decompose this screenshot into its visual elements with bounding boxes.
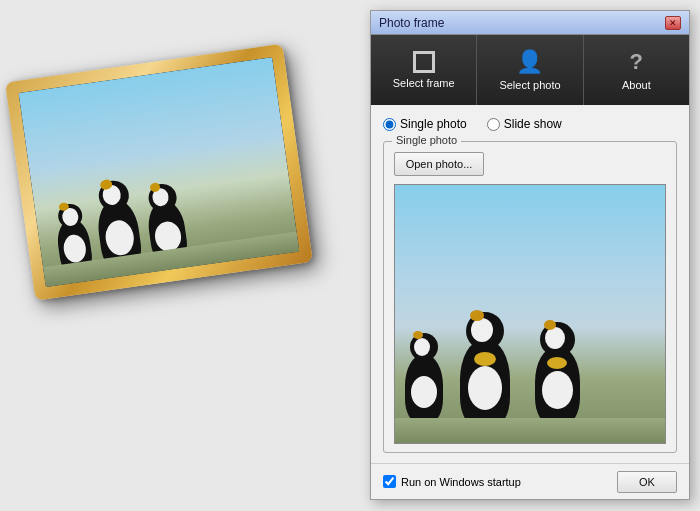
groupbox-legend: Single photo: [392, 134, 461, 146]
startup-checkbox-label[interactable]: Run on Windows startup: [383, 475, 521, 488]
penguin-scene-bg: [19, 57, 300, 287]
preview-penguin-b: [460, 340, 510, 428]
radio-slideshow-label: Slide show: [504, 117, 562, 131]
radio-slideshow-input[interactable]: [487, 118, 500, 131]
preview-ground: [395, 418, 665, 443]
ok-button[interactable]: OK: [617, 471, 677, 493]
frame-outer: [5, 44, 313, 301]
startup-checkbox[interactable]: [383, 475, 396, 488]
footer: Run on Windows startup OK: [371, 463, 689, 499]
select-frame-label: Select frame: [393, 77, 455, 89]
radio-slideshow[interactable]: Slide show: [487, 117, 562, 131]
close-button[interactable]: ✕: [665, 16, 681, 30]
select-photo-label: Select photo: [499, 79, 560, 91]
frame-inner: [19, 57, 300, 287]
radio-single-input[interactable]: [383, 118, 396, 131]
radio-row: Single photo Slide show: [383, 115, 677, 133]
preview-penguin-c: [535, 347, 580, 425]
photo-preview: [394, 184, 666, 444]
titlebar: Photo frame ✕: [371, 11, 689, 35]
startup-label: Run on Windows startup: [401, 476, 521, 488]
person-icon: 👤: [516, 49, 543, 75]
toolbar-select-frame[interactable]: Select frame: [371, 35, 477, 105]
preview-scene: [395, 185, 665, 443]
photo-frame-dialog: Photo frame ✕ Select frame 👤 Select phot…: [370, 10, 690, 500]
question-icon: ?: [630, 49, 643, 75]
about-label: About: [622, 79, 651, 91]
open-photo-button[interactable]: Open photo...: [394, 152, 484, 176]
preview-penguin-a: [405, 355, 443, 423]
decorative-frame-icon: [5, 41, 355, 459]
toolbar: Select frame 👤 Select photo ? About: [371, 35, 689, 105]
content-area: Single photo Slide show Single photo Ope…: [371, 105, 689, 463]
toolbar-about[interactable]: ? About: [584, 35, 689, 105]
radio-single-photo[interactable]: Single photo: [383, 117, 467, 131]
dialog-title: Photo frame: [379, 16, 444, 30]
toolbar-select-photo[interactable]: 👤 Select photo: [477, 35, 583, 105]
radio-single-label: Single photo: [400, 117, 467, 131]
single-photo-groupbox: Single photo Open photo...: [383, 141, 677, 453]
frame-icon: [413, 51, 435, 73]
